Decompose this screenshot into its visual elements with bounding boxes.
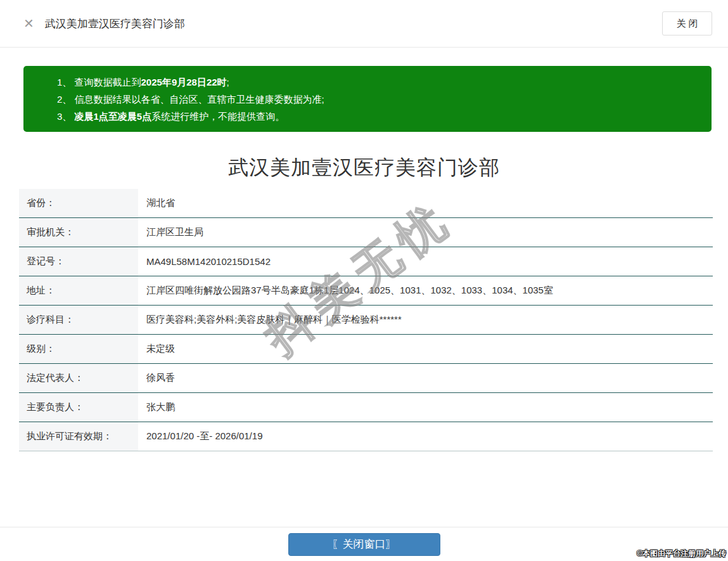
row-value: 江岸区四唯街解放公园路37号半岛豪庭1栋1层1024、1025、1031、103…: [138, 276, 713, 305]
row-value: 徐风香: [138, 364, 713, 392]
table-row: 法定代表人： 徐风香: [19, 364, 713, 393]
row-value: 2021/01/20 -至- 2026/01/19: [138, 422, 713, 451]
row-label: 地址：: [19, 276, 138, 305]
row-value: 湖北省: [138, 189, 713, 217]
row-value: 江岸区卫生局: [138, 218, 713, 247]
modal-header: ✕ 武汉美加壹汉医疗美容门诊部 关 闭: [0, 0, 728, 48]
row-label: 登记号：: [19, 247, 138, 276]
close-x-icon[interactable]: ✕: [23, 17, 34, 30]
table-row: 审批机关： 江岸区卫生局: [19, 218, 713, 247]
modal-footer: 〖关闭窗口〗: [0, 527, 728, 561]
info-table: 省份： 湖北省 审批机关： 江岸区卫生局 登记号： MA49L58M142010…: [19, 189, 713, 451]
table-row: 省份： 湖北省: [19, 189, 713, 218]
row-label: 主要负责人：: [19, 393, 138, 422]
row-value: 未定级: [138, 335, 713, 363]
table-row: 登记号： MA49L58M142010215D1542: [19, 247, 713, 276]
table-row: 地址： 江岸区四唯街解放公园路37号半岛豪庭1栋1层1024、1025、1031…: [19, 276, 713, 306]
row-label: 法定代表人：: [19, 364, 138, 392]
table-row: 执业许可证有效期： 2021/01/20 -至- 2026/01/19: [19, 422, 713, 451]
notice-line: 3、 凌晨1点至凌晨5点系统进行维护，不能提供查询。: [57, 108, 699, 125]
row-value: 张大鹏: [138, 393, 713, 422]
notice-banner: 1、 查询数据截止到2025年9月28日22时;2、 信息数据结果以各省、自治区…: [23, 66, 712, 132]
row-label: 执业许可证有效期：: [19, 422, 138, 451]
upload-credit: ©本图由平台注册用户上传: [637, 548, 726, 559]
row-value: MA49L58M142010215D1542: [138, 247, 713, 276]
table-row: 主要负责人： 张大鹏: [19, 393, 713, 422]
row-label: 级别：: [19, 335, 138, 363]
table-row: 诊疗科目： 医疗美容科;美容外科;美容皮肤科｜麻醉科｜医学检验科******: [19, 306, 713, 335]
row-label: 审批机关：: [19, 218, 138, 247]
notice-line: 2、 信息数据结果以各省、自治区、直辖市卫生健康委数据为准;: [57, 91, 699, 108]
row-value: 医疗美容科;美容外科;美容皮肤科｜麻醉科｜医学检验科******: [138, 306, 713, 334]
close-window-button[interactable]: 〖关闭窗口〗: [288, 533, 440, 556]
close-button[interactable]: 关 闭: [662, 11, 712, 35]
row-label: 省份：: [19, 189, 138, 217]
row-label: 诊疗科目：: [19, 306, 138, 334]
notice-line: 1、 查询数据截止到2025年9月28日22时;: [57, 74, 699, 91]
institution-title: 武汉美加壹汉医疗美容门诊部: [0, 154, 728, 182]
table-row: 级别： 未定级: [19, 335, 713, 364]
modal-title: 武汉美加壹汉医疗美容门诊部: [45, 16, 185, 31]
